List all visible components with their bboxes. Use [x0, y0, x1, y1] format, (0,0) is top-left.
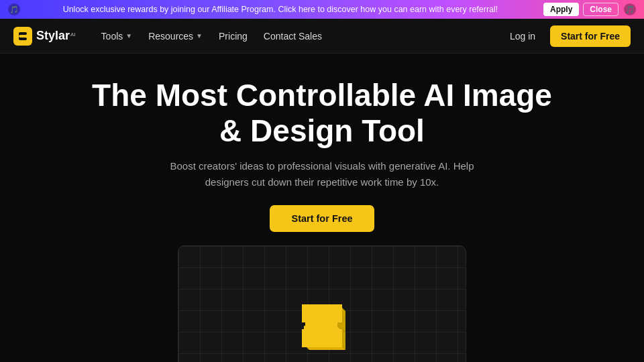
tools-chevron-icon: ▼	[125, 32, 132, 40]
nav-right: Log in Start for Free	[503, 25, 631, 47]
start-for-free-nav-button[interactable]: Start for Free	[550, 25, 631, 47]
pricing-link[interactable]: Pricing	[212, 27, 254, 46]
contact-link[interactable]: Contact Sales	[257, 27, 329, 46]
logo-text: StylarAI	[36, 29, 76, 43]
resources-menu[interactable]: Resources ▼	[142, 27, 209, 46]
bar-icon-left: 🎵	[8, 3, 20, 15]
announcement-bar: 🎵 Unlock exclusive rewards by joining ou…	[0, 0, 644, 19]
navbar: StylarAI Tools ▼ Resources ▼ Pricing Con…	[0, 19, 644, 54]
apply-button[interactable]: Apply	[543, 3, 579, 16]
close-bar-button[interactable]: Close	[583, 3, 619, 16]
hero-title: The Most Controllable AI Image & Design …	[87, 78, 557, 149]
stylar-logo-3d	[292, 299, 352, 353]
svg-rect-0	[13, 27, 32, 46]
logo[interactable]: StylarAI	[13, 27, 76, 46]
hero-subtitle: Boost creators' ideas to professional vi…	[154, 158, 490, 190]
resources-chevron-icon: ▼	[196, 32, 203, 40]
login-button[interactable]: Log in	[503, 27, 542, 46]
bar-icon-right: 🎵	[624, 3, 636, 15]
tools-menu[interactable]: Tools ▼	[95, 27, 140, 46]
start-for-free-hero-button[interactable]: Start for Free	[270, 205, 374, 232]
announcement-text: Unlock exclusive rewards by joining our …	[25, 5, 535, 14]
nav-links: Tools ▼ Resources ▼ Pricing Contact Sale…	[95, 27, 503, 46]
hero-section: The Most Controllable AI Image & Design …	[0, 54, 644, 362]
demo-area	[178, 245, 466, 362]
